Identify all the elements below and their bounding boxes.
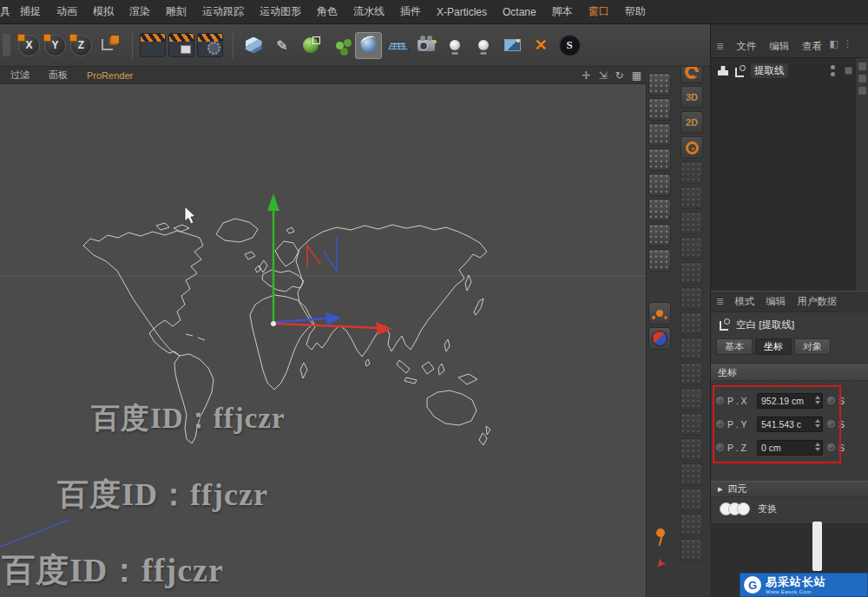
stepper-icon[interactable] — [815, 443, 820, 451]
py-input[interactable]: 541.543 c — [757, 417, 823, 432]
tab-object[interactable]: 对象 — [794, 338, 831, 355]
menu-item-motion-tracker[interactable]: 运动跟踪 — [194, 4, 252, 19]
viewport-menu-prorender[interactable]: ProRender — [87, 70, 133, 81]
menu-item-render[interactable]: 渲染 — [122, 4, 158, 19]
attr-menu-userdata[interactable]: 用户数据 — [797, 295, 837, 308]
light-button-2[interactable] — [470, 33, 496, 58]
side-tool-icon[interactable] — [681, 514, 703, 536]
side-tool-icon[interactable] — [681, 287, 703, 310]
side-tool-icon[interactable] — [681, 312, 703, 335]
panel-corner-icon[interactable]: ◧ — [830, 38, 838, 49]
enable-axis-icon[interactable] — [648, 249, 671, 272]
om-menu-edit[interactable]: 编辑 — [769, 40, 789, 53]
viewport-canvas[interactable]: 百度ID：ffjczr 百度ID：ffjczr 百度ID：ffjczr — [0, 84, 647, 597]
layer-color-chip[interactable] — [845, 67, 852, 75]
panel-handle-icon[interactable]: ≣ — [716, 41, 723, 52]
side-tool-icon[interactable] — [681, 237, 703, 259]
render-settings-button[interactable] — [197, 33, 223, 57]
object-row[interactable]: 提取线 — [711, 58, 868, 82]
menu-item-animation[interactable]: 动画 — [49, 4, 85, 19]
render-picture-viewer-button[interactable] — [168, 33, 194, 57]
lock-y-axis-button[interactable]: Y — [44, 35, 66, 56]
coordinates-section-header[interactable]: 坐标 — [711, 364, 868, 381]
side-tool-icon[interactable] — [681, 338, 703, 360]
spline-tool-button-active[interactable] — [355, 32, 382, 59]
xparticles-button[interactable]: ✕ — [528, 33, 554, 58]
pan-view-icon[interactable]: ✛ — [582, 69, 590, 82]
edge-icon[interactable] — [858, 75, 866, 82]
visibility-dots[interactable] — [831, 65, 835, 76]
edge-icon[interactable] — [858, 62, 866, 70]
tab-basic[interactable]: 基本 — [716, 338, 753, 355]
primitive-cube-button[interactable] — [240, 33, 266, 58]
polygons-mode-icon[interactable] — [648, 224, 671, 246]
lock-x-axis-button[interactable]: X — [18, 35, 40, 56]
side-tool-icon[interactable] — [681, 388, 703, 410]
menu-item-xparticles[interactable]: X-Particles — [429, 6, 495, 18]
scrollbar-thumb[interactable] — [812, 522, 822, 571]
pz-input[interactable]: 0 cm — [757, 440, 823, 456]
menu-item-plugins[interactable]: 插件 — [392, 4, 429, 19]
axis-lock-dot[interactable] — [827, 443, 835, 451]
maximize-view-icon[interactable]: ▦ — [632, 69, 641, 82]
edges-mode-icon[interactable] — [648, 199, 671, 221]
side-tool-icon[interactable] — [681, 363, 703, 385]
menu-item-script[interactable]: 脚本 — [544, 4, 581, 19]
view-3d-toggle[interactable]: 3D — [681, 86, 703, 108]
attr-menu-edit[interactable]: 编辑 — [766, 295, 786, 308]
side-tool-icon[interactable] — [681, 262, 703, 285]
side-tool-icon[interactable] — [681, 463, 703, 486]
light-button[interactable] — [442, 33, 468, 58]
menu-item-clipped[interactable]: 具 — [0, 4, 12, 19]
axis-lock-dot[interactable] — [827, 397, 835, 404]
menu-item-character[interactable]: 角色 — [309, 4, 345, 19]
clipped-tool-icon[interactable] — [3, 34, 10, 56]
om-menu-view[interactable]: 查看 — [802, 40, 822, 53]
workplane-mode-icon[interactable] — [648, 148, 671, 171]
view-2d-toggle[interactable]: 2D — [681, 111, 703, 134]
camera-button[interactable] — [413, 33, 439, 58]
axis-lock-dot[interactable] — [716, 397, 724, 404]
menu-item-window[interactable]: 窗口 — [581, 4, 617, 19]
menu-item-mograph[interactable]: 运动图形 — [252, 4, 309, 19]
side-tool-icon[interactable] — [681, 413, 703, 436]
menu-item-pipeline[interactable]: 流水线 — [345, 4, 392, 19]
visibility-dot-bottom[interactable] — [831, 72, 835, 76]
visibility-dot-top[interactable] — [831, 65, 835, 69]
array-generator-button[interactable] — [326, 33, 352, 58]
side-tool-icon[interactable] — [681, 187, 703, 209]
texture-mode-icon[interactable] — [648, 123, 671, 146]
magnet-mode-icon[interactable] — [648, 327, 671, 350]
viewport-menu-panel[interactable]: 面板 — [49, 69, 68, 82]
tab-coordinates[interactable]: 坐标 — [755, 338, 792, 355]
edge-icon[interactable] — [858, 87, 866, 95]
stepper-icon[interactable] — [815, 419, 820, 428]
render-view-button[interactable] — [140, 33, 166, 57]
menu-item-octane[interactable]: Octane — [495, 6, 544, 18]
side-tool-icon[interactable] — [681, 212, 703, 234]
attr-menu-mode[interactable]: 模式 — [734, 295, 754, 308]
menu-item-sculpt[interactable]: 雕刻 — [158, 4, 194, 19]
side-tool-icon[interactable] — [681, 539, 703, 561]
side-tool-icon[interactable] — [681, 161, 703, 184]
rotate-view-icon[interactable]: ↻ — [615, 69, 624, 82]
subdivision-surface-button[interactable] — [298, 33, 324, 58]
back-arrow-icon[interactable]: ➤ — [646, 549, 675, 579]
px-input[interactable]: 952.19 cm — [757, 393, 823, 409]
axis-lock-dot[interactable] — [716, 420, 724, 428]
points-mode-icon[interactable] — [648, 174, 671, 196]
side-tool-icon[interactable] — [681, 438, 703, 461]
make-editable-icon[interactable] — [648, 73, 671, 95]
object-name[interactable]: 提取线 — [751, 63, 788, 78]
display-material-button[interactable] — [499, 33, 525, 58]
zoom-view-icon[interactable]: ⇲ — [599, 69, 608, 82]
axis-lock-dot[interactable] — [716, 443, 724, 451]
quaternion-section[interactable]: ▸ 四元 — [711, 481, 868, 497]
pin-icon[interactable] — [650, 527, 671, 549]
panel-dots-icon[interactable]: ⋮ — [843, 38, 852, 49]
viewport-menu-filter[interactable]: 过滤 — [10, 69, 30, 82]
snap-toggle-icon[interactable] — [648, 302, 671, 325]
menu-item-help[interactable]: 帮助 — [617, 4, 654, 19]
axis-lock-dot[interactable] — [827, 420, 835, 428]
menu-item-snap[interactable]: 捕捉 — [12, 4, 49, 19]
